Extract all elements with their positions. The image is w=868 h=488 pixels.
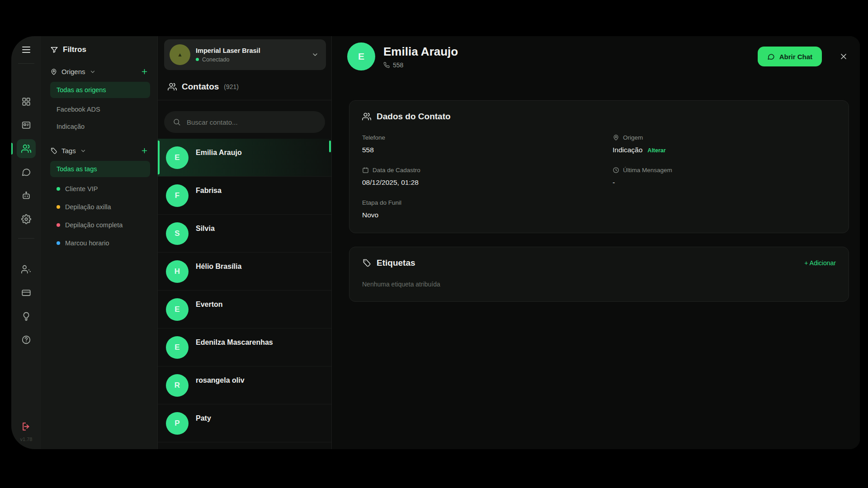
card-title: Dados do Contato xyxy=(377,112,451,122)
sidebar-item-bot[interactable] xyxy=(17,186,36,205)
origins-section: Origens Todas as origens Facebook ADS In… xyxy=(50,68,150,135)
field-value: 558 xyxy=(362,146,585,154)
account-name: Imperial Laser Brasil xyxy=(196,47,260,54)
field-cadastro: Data de Cadastro 08/12/2025, 01:28 xyxy=(362,167,585,187)
tag-item[interactable]: Depilação completa xyxy=(50,216,150,234)
contact-row[interactable]: H Hélio Brasília xyxy=(158,253,331,291)
contact-row[interactable]: F Fabrisa xyxy=(158,177,331,215)
sidebar-item-settings[interactable] xyxy=(17,210,36,229)
avatar: S xyxy=(166,222,189,245)
labels-card: Etiquetas + Adicionar Nenhuma etiqueta a… xyxy=(349,247,849,302)
origins-label: Origens xyxy=(61,68,85,75)
field-value: 08/12/2025, 01:28 xyxy=(362,178,585,187)
avatar: F xyxy=(166,184,189,207)
contact-detail-phone: 558 xyxy=(383,61,458,69)
tag-item[interactable]: Cliente VIP xyxy=(50,180,150,198)
field-ultima-mensagem: Última Mensagem - xyxy=(613,167,836,187)
contact-row[interactable]: R rosangela oliv xyxy=(158,366,331,404)
phone-icon xyxy=(383,62,390,68)
tag-icon xyxy=(50,147,57,155)
sidebar-item-kanban[interactable] xyxy=(17,116,36,135)
avatar: P xyxy=(166,412,189,435)
rail-divider xyxy=(18,238,34,239)
close-icon xyxy=(839,52,848,61)
tag-color-dot xyxy=(57,241,60,245)
sidebar-item-dashboard[interactable] xyxy=(17,92,36,111)
tag-color-dot xyxy=(57,223,60,227)
contact-name: Paty xyxy=(196,414,211,422)
clock-icon xyxy=(613,167,619,174)
sidebar-item-ideas[interactable] xyxy=(17,307,36,326)
contact-data-card: Dados do Contato Telefone 558 Origem Ind… xyxy=(349,100,849,233)
tags-label: Tags xyxy=(61,147,76,155)
user-plus-icon xyxy=(21,264,31,274)
sidebar-item-chats[interactable] xyxy=(17,163,36,182)
contact-row[interactable]: E Emilia Araujo xyxy=(158,139,331,177)
phone-value: 558 xyxy=(393,61,403,69)
filters-title: Filtros xyxy=(63,45,86,54)
account-status-label: Conectado xyxy=(202,56,229,63)
tag-color-dot xyxy=(57,205,60,209)
chat-bubble-icon xyxy=(767,53,775,61)
add-label-button[interactable]: + Adicionar xyxy=(804,259,836,267)
contact-search xyxy=(164,111,325,133)
connected-dot xyxy=(196,58,199,61)
origins-section-header[interactable]: Origens xyxy=(50,68,150,75)
origin-item[interactable]: Facebook ADS xyxy=(50,101,150,118)
contact-list: E Emilia Araujo F Fabrisa S Silvia H Hél… xyxy=(158,139,331,449)
contact-name: Hélio Brasília xyxy=(196,263,241,271)
sidebar-item-contacts[interactable] xyxy=(17,139,36,158)
avatar: E xyxy=(166,298,189,321)
origin-item-all[interactable]: Todas as origens xyxy=(50,82,150,98)
chat-bubble-icon xyxy=(21,167,31,177)
logout-button[interactable] xyxy=(17,418,36,435)
list-scrollbar[interactable] xyxy=(329,141,331,152)
tag-item[interactable]: Marcou horario xyxy=(50,234,150,252)
contact-row[interactable]: S Silvia xyxy=(158,215,331,253)
field-etapa: Etapa do Funil Novo xyxy=(362,199,585,219)
logout-icon xyxy=(21,422,31,432)
contact-detail-name: Emilia Araujo xyxy=(383,45,458,59)
selected-indicator xyxy=(158,141,160,174)
tag-item[interactable]: Depilação axilla xyxy=(50,198,150,216)
search-input[interactable] xyxy=(187,118,316,126)
contact-detail-panel: E Emilia Araujo 558 Abrir Chat Dados xyxy=(332,36,860,449)
active-indicator xyxy=(11,143,13,155)
field-label: Última Mensagem xyxy=(623,167,672,174)
close-button[interactable] xyxy=(839,52,848,61)
menu-icon[interactable] xyxy=(17,42,36,57)
field-label: Data de Cadastro xyxy=(373,167,420,174)
contact-row[interactable]: E Everton xyxy=(158,291,331,328)
filter-funnel-icon xyxy=(50,46,58,54)
chevron-down-icon xyxy=(80,148,86,154)
tag-item-all[interactable]: Todas as tags xyxy=(50,161,150,177)
tag-label: Depilação completa xyxy=(65,221,123,229)
avatar: E xyxy=(166,336,189,359)
open-chat-button[interactable]: Abrir Chat xyxy=(758,47,822,66)
sidebar-item-help[interactable] xyxy=(17,330,36,349)
labels-card-header: Etiquetas + Adicionar xyxy=(362,258,836,268)
avatar: R xyxy=(166,374,189,397)
tags-section-header[interactable]: Tags xyxy=(50,147,150,155)
contact-name: Emilia Araujo xyxy=(196,149,242,157)
contacts-header: Contatos (921) xyxy=(158,70,331,100)
chevron-down-icon xyxy=(90,69,96,75)
add-origin-button[interactable] xyxy=(141,68,150,75)
app-window: v1.78 Filtros Origens Todas as origens F… xyxy=(11,36,860,449)
account-selector[interactable]: ▲ Imperial Laser Brasil Conectado xyxy=(164,39,326,70)
lightbulb-icon xyxy=(21,311,31,321)
origin-item[interactable]: Indicação xyxy=(50,118,150,135)
chevron-down-icon xyxy=(311,51,319,58)
account-avatar: ▲ xyxy=(170,44,190,65)
contact-fields: Telefone 558 Origem Indicação Alterar xyxy=(362,134,836,219)
contact-row[interactable]: E Edenilza Mascarenhas xyxy=(158,328,331,366)
contact-name: Everton xyxy=(196,300,223,309)
sidebar-item-billing[interactable] xyxy=(17,283,36,302)
sidebar-item-referrals[interactable] xyxy=(17,260,36,279)
contacts-icon xyxy=(168,82,177,91)
contact-row[interactable]: P Paty xyxy=(158,404,331,442)
field-label: Origem xyxy=(623,134,643,141)
add-tag-button[interactable] xyxy=(141,147,150,155)
contacts-icon xyxy=(21,144,31,154)
change-origin-link[interactable]: Alterar xyxy=(647,147,665,154)
